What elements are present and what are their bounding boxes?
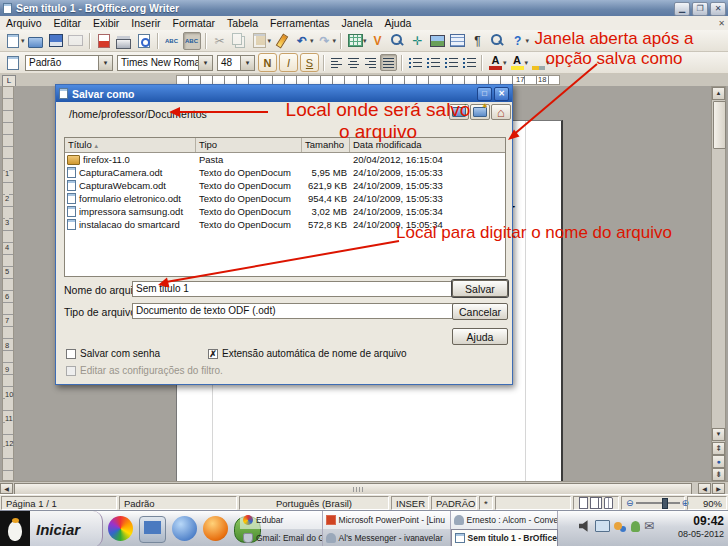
vertical-ruler[interactable]: 123456789101112 — [2, 86, 14, 481]
automatic-extension-checkbox[interactable]: ✗ Extensão automática de nome de arquivo — [208, 348, 407, 359]
display-icon[interactable] — [595, 520, 610, 532]
mail-notifier-icon[interactable]: ✉ — [644, 520, 654, 532]
scroll-up-icon[interactable]: ▲ — [712, 87, 725, 100]
volume-icon[interactable] — [579, 520, 591, 532]
status-insert-mode[interactable]: INSER — [391, 496, 429, 510]
decrease-indent-icon[interactable] — [443, 55, 459, 70]
help-button[interactable]: Ajuda — [452, 328, 508, 345]
formatting-marks-icon[interactable]: ¶ — [469, 32, 487, 50]
document-close-icon[interactable]: ✕ — [718, 19, 725, 28]
styles-icon[interactable] — [4, 54, 22, 72]
previous-page-icon[interactable]: ⇞ — [712, 442, 725, 455]
suite-launcher-icon[interactable] — [108, 516, 133, 541]
autospellcheck-icon[interactable]: ABC — [183, 32, 201, 50]
bullet-list-icon[interactable] — [425, 55, 441, 70]
close-button[interactable]: ✕ — [710, 2, 726, 16]
align-center-icon[interactable] — [346, 55, 361, 70]
file-row[interactable]: CapturaCamera.odt Texto do OpenDocum5,95… — [65, 166, 505, 179]
format-paintbrush-icon[interactable] — [273, 32, 291, 50]
messenger-status-icon[interactable] — [631, 521, 640, 532]
filename-value[interactable]: Sem titulo 1 — [133, 282, 472, 296]
font-dropdown-icon[interactable]: ▾ — [198, 56, 212, 70]
paste-icon[interactable] — [251, 32, 269, 50]
file-row[interactable]: firefox-11.0 Pasta20/04/2012, 16:15:04 — [65, 153, 505, 166]
font-name-value[interactable]: Times New Roman — [118, 57, 198, 68]
font-color-icon[interactable]: A — [487, 54, 504, 71]
task-writer-active[interactable]: Sem titulo 1 - BrOffice.or — [451, 529, 558, 546]
users-icon[interactable] — [614, 522, 622, 530]
firefox-icon[interactable] — [203, 516, 228, 541]
align-left-icon[interactable] — [329, 55, 344, 70]
scroll-left-icon[interactable]: ◀ — [0, 483, 13, 494]
save-with-password-checkbox[interactable]: Salvar com senha — [66, 348, 160, 359]
underline-icon[interactable]: S — [300, 53, 319, 72]
restore-button[interactable]: ❐ — [692, 2, 708, 16]
column-title[interactable]: Título ▴ — [65, 138, 196, 152]
italic-icon[interactable]: I — [279, 53, 298, 72]
file-row[interactable]: formulario eletronico.odt Texto do OpenD… — [65, 192, 505, 205]
status-language[interactable]: Português (Brasil) — [239, 496, 389, 510]
cancel-button[interactable]: Cancelar — [452, 303, 508, 320]
globe-browser-icon[interactable] — [172, 516, 197, 541]
gallery-icon[interactable] — [429, 32, 447, 50]
style-dropdown-icon[interactable]: ▾ — [98, 56, 112, 70]
filetype-value[interactable]: Documento de texto ODF (.odt) — [133, 304, 472, 318]
menu-formatar[interactable]: Formatar — [167, 17, 222, 29]
copy-icon[interactable] — [231, 32, 249, 50]
undo-icon[interactable]: ↶ — [293, 32, 311, 50]
horizontal-scrollbar[interactable]: ◀ ◀ ▶ — [0, 481, 728, 494]
paragraph-style-value[interactable]: Padrão — [26, 57, 98, 68]
file-row[interactable]: impressora samsung.odt Texto do OpenDocu… — [65, 205, 505, 218]
email-document-icon[interactable] — [67, 32, 85, 50]
single-page-view-icon[interactable] — [579, 497, 588, 509]
minimize-button[interactable]: ▁ — [674, 2, 690, 16]
page-preview-icon[interactable] — [135, 32, 153, 50]
navigation-icon[interactable]: ● — [712, 455, 725, 468]
dialog-close-icon[interactable]: ✕ — [494, 87, 509, 101]
menu-tabela[interactable]: Tabela — [221, 17, 264, 29]
menu-exibir[interactable]: Exibir — [87, 17, 125, 29]
filetype-select[interactable]: Documento de texto ODF (.odt) ▾ — [132, 303, 488, 319]
open-icon[interactable] — [27, 32, 45, 50]
file-list[interactable]: Título ▴ Tipo Tamanho Data modificada fi… — [64, 137, 506, 277]
status-page-style[interactable]: Padrão — [119, 496, 237, 510]
menu-inserir[interactable]: Inserir — [125, 17, 166, 29]
vertical-scrollbar[interactable]: ▲ ▼ ⇞ ● ⇟ — [711, 86, 726, 481]
menu-ajuda[interactable]: Ajuda — [379, 17, 418, 29]
align-right-icon[interactable] — [363, 55, 378, 70]
save-button[interactable]: Salvar — [452, 280, 508, 297]
zoom-icon[interactable] — [489, 32, 507, 50]
find-replace-icon[interactable] — [389, 32, 407, 50]
paragraph-style-combo[interactable]: Padrão ▾ — [25, 55, 113, 71]
next-page-icon[interactable]: ⇟ — [712, 468, 725, 481]
status-zoom-value[interactable]: 90% — [687, 496, 727, 510]
menu-ferramentas[interactable]: Ferramentas — [264, 17, 336, 29]
checkbox-checked-icon[interactable]: ✗ — [208, 349, 218, 359]
zoom-out-icon[interactable]: ⊖ — [626, 498, 634, 508]
bold-icon[interactable]: N — [258, 53, 277, 72]
print-icon[interactable] — [115, 32, 133, 50]
menu-editar[interactable]: Editar — [48, 17, 87, 29]
task-powerpoint[interactable]: Microsoft PowerPoint - [Linu — [323, 511, 451, 529]
zoom-slider-thumb[interactable] — [662, 498, 668, 509]
numbered-list-icon[interactable] — [407, 55, 423, 70]
scroll-right-icon[interactable]: ▶ — [712, 483, 725, 494]
task-messenger[interactable]: Al's Messenger - ivanavelar — [323, 529, 451, 546]
multi-page-view-icon[interactable] — [590, 497, 599, 509]
font-size-value[interactable]: 48 — [218, 57, 240, 68]
align-justify-icon[interactable] — [380, 54, 397, 71]
redo-icon[interactable]: ↷ — [316, 32, 334, 50]
default-directory-button[interactable]: ⌂ — [491, 104, 511, 120]
start-button[interactable]: Iniciar — [0, 511, 103, 546]
save-icon[interactable] — [47, 32, 65, 50]
menu-janela[interactable]: Janela — [336, 17, 379, 29]
font-size-combo[interactable]: 48 ▾ — [217, 55, 255, 71]
task-ernesto-chat[interactable]: Ernesto : Alcom - Conversa — [451, 511, 558, 529]
increase-indent-icon[interactable] — [461, 55, 477, 70]
data-sources-icon[interactable] — [449, 32, 467, 50]
cut-icon[interactable]: ✂ — [211, 32, 229, 50]
scroll-down-icon[interactable]: ▼ — [712, 428, 725, 441]
file-row[interactable]: CapturaWebcam.odt Texto do OpenDocum621,… — [65, 179, 505, 192]
zoom-slider[interactable] — [636, 502, 680, 504]
filename-input[interactable]: Sem titulo 1 ▾ — [132, 281, 488, 297]
